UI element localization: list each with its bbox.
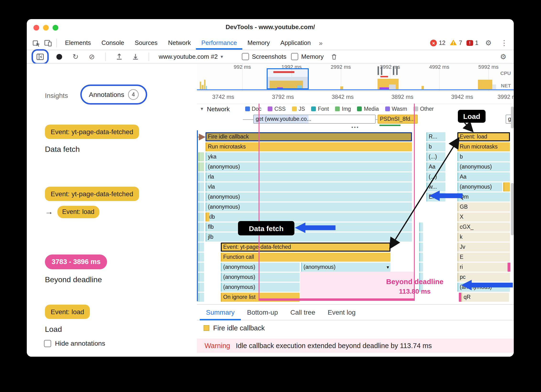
flame-strip[interactable]: [198, 182, 204, 191]
annotation-entry[interactable]: Event: yt-page-data-fetchedData fetch: [45, 125, 139, 154]
annotation-chip[interactable]: Event: load: [57, 206, 99, 218]
flame-entry[interactable]: k: [457, 233, 510, 242]
track-overflow-dots[interactable]: •••: [197, 125, 514, 130]
flame-entry[interactable]: vla: [206, 182, 412, 191]
record-button[interactable]: [54, 51, 65, 62]
flame-strip[interactable]: [198, 192, 204, 201]
annotation-chip[interactable]: 3783 - 3896 ms: [45, 254, 107, 269]
flame-entry[interactable]: (anonymous): [457, 162, 510, 171]
flame-entry[interactable]: Run microtasks: [206, 142, 412, 151]
flame-strip[interactable]: [419, 263, 423, 272]
tab-elements[interactable]: Elements: [60, 36, 96, 50]
flame-entry[interactable]: (anonymous): [221, 283, 300, 292]
data-fetch-annotation-label[interactable]: Data fetch: [238, 221, 294, 235]
flame-entry[interactable]: pc: [457, 273, 510, 282]
annotation-entry[interactable]: Event: loadLoad: [45, 305, 90, 334]
console-errors-badge[interactable]: × 12: [430, 40, 445, 46]
screenshots-checkbox[interactable]: Screenshots: [242, 53, 287, 60]
flame-entry[interactable]: Er: [426, 192, 445, 201]
flame-strip[interactable]: [198, 283, 204, 292]
flame-strip[interactable]: [198, 273, 204, 282]
vertical-scrollbar-thumb[interactable]: [511, 183, 514, 235]
flame-entry[interactable]: E: [457, 253, 510, 262]
flame-strip[interactable]: [198, 172, 204, 181]
network-request[interactable]: PSDnSI_8fd...: [378, 115, 418, 124]
tab-application[interactable]: Application: [275, 36, 316, 50]
settings-gear-icon[interactable]: ⚙: [483, 37, 494, 49]
hide-annotations-checkbox[interactable]: Hide annotations: [44, 339, 105, 347]
flame-strip[interactable]: [206, 212, 209, 222]
reload-and-record-button[interactable]: ↻: [70, 51, 81, 62]
flame-strip[interactable]: [198, 162, 204, 171]
flame-entry[interactable]: (anonymous)▾: [301, 263, 390, 272]
overview-window-handle[interactable]: [378, 66, 382, 75]
flame-strip[interactable]: [198, 293, 204, 302]
collect-garbage-icon[interactable]: [328, 51, 340, 62]
flame-strip[interactable]: [198, 253, 204, 262]
flame-strip[interactable]: [198, 263, 204, 272]
flame-entry[interactable]: (...): [426, 172, 445, 181]
flame-entry[interactable]: w...: [426, 182, 445, 191]
flame-entry[interactable]: R...: [426, 132, 445, 141]
flame-entry[interactable]: cGX_: [457, 222, 510, 232]
capture-settings-gear[interactable]: ⚙: [498, 51, 509, 62]
clear-recording-button[interactable]: ⊘: [86, 51, 97, 62]
network-request[interactable]: get (www.youtube.co...: [253, 115, 376, 124]
load-annotation-label[interactable]: Load: [458, 110, 486, 123]
tab-performance[interactable]: Performance: [196, 36, 242, 50]
flame-entry[interactable]: (anonymous): [457, 182, 502, 191]
flame-entry[interactable]: (anonymous): [221, 273, 300, 282]
download-profile-button[interactable]: [130, 51, 141, 62]
inspect-element-icon[interactable]: [31, 37, 42, 49]
flame-entry[interactable]: Jv: [457, 243, 510, 252]
flame-strip[interactable]: [419, 253, 423, 262]
flame-strip[interactable]: [419, 233, 423, 242]
flame-entry[interactable]: (anonymous): [206, 202, 412, 212]
tab-memory[interactable]: Memory: [242, 36, 275, 50]
vertical-scrollbar-thumb[interactable]: [511, 106, 514, 128]
device-toolbar-icon[interactable]: [42, 37, 54, 49]
flame-entry[interactable]: Qm: [457, 192, 510, 201]
flame-entry[interactable]: ri: [457, 263, 510, 272]
tab-network[interactable]: Network: [163, 36, 196, 50]
annotation-chip[interactable]: Event: yt-page-data-fetched: [45, 187, 139, 201]
bottom-tab-call-tree[interactable]: Call tree: [284, 304, 321, 320]
flame-strip[interactable]: [198, 152, 204, 161]
flame-entry[interactable]: Fire idle callback: [206, 132, 412, 141]
flame-entry[interactable]: (anonymous): [206, 192, 412, 201]
flame-entry[interactable]: jlb: [206, 233, 412, 242]
tab-console[interactable]: Console: [96, 36, 129, 50]
tab-sources[interactable]: Sources: [130, 36, 163, 50]
flame-strip[interactable]: [419, 222, 423, 232]
annotation-chip[interactable]: Event: load: [45, 305, 90, 319]
flame-entry[interactable]: klb: [206, 212, 412, 222]
annotation-chip[interactable]: Event: yt-page-data-fetched: [45, 125, 139, 139]
flame-strip[interactable]: [198, 233, 204, 242]
flame-entry[interactable]: (...): [426, 152, 445, 161]
profile-select[interactable]: www.youtube.com #2 ▾: [157, 53, 237, 60]
collapse-caret-icon[interactable]: ▾: [387, 263, 389, 272]
flame-strip[interactable]: [508, 263, 510, 272]
issues-badge[interactable]: ! 1: [466, 40, 478, 46]
flame-entry[interactable]: Aa: [457, 172, 510, 181]
toggle-sidebar-button[interactable]: [34, 51, 46, 62]
bottom-tab-event-log[interactable]: Event log: [321, 304, 362, 320]
flame-entry[interactable]: Function call: [221, 253, 390, 262]
flame-entry[interactable]: flb: [206, 222, 412, 232]
flame-entry[interactable]: yka: [206, 152, 412, 161]
memory-checkbox[interactable]: Memory: [291, 53, 324, 60]
upload-profile-button[interactable]: [113, 51, 125, 62]
flame-entry[interactable]: GB: [457, 202, 510, 212]
annotation-entry[interactable]: 3783 - 3896 msBeyond deadline: [45, 254, 107, 284]
bottom-tab-summary[interactable]: Summary: [200, 304, 241, 320]
console-warnings-badge[interactable]: 7: [450, 39, 462, 47]
flame-strip[interactable]: [198, 202, 204, 212]
timeline-overview[interactable]: CPU NET 992 ms1992 ms2992 ms3992 ms4992 …: [197, 64, 514, 91]
kebab-menu-icon[interactable]: ⋮: [498, 37, 510, 49]
flame-strip[interactable]: [419, 243, 423, 252]
beyond-deadline-annotation[interactable]: Beyond deadline 113.80 ms: [373, 277, 457, 295]
flame-strip[interactable]: [503, 182, 510, 191]
flame-entry[interactable]: b: [426, 142, 445, 151]
flame-strip[interactable]: [198, 222, 204, 232]
overview-window-handle[interactable]: [393, 66, 398, 75]
